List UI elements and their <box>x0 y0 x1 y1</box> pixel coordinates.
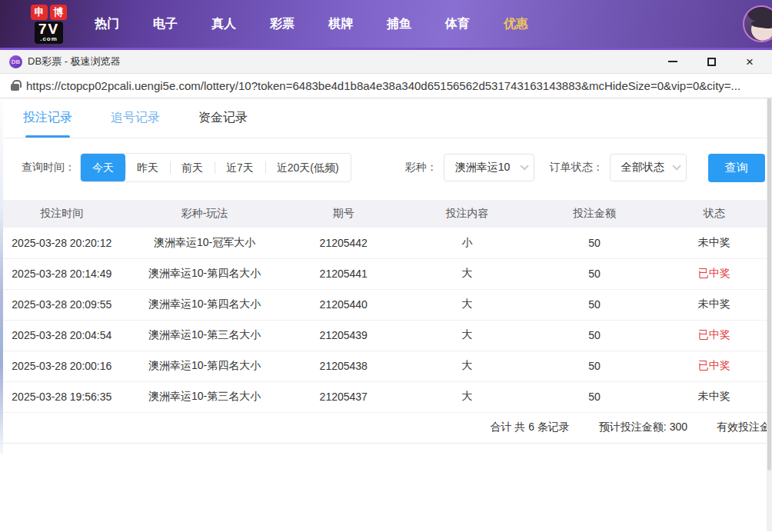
logo-badges: 申 博 <box>31 5 67 20</box>
window-favicon-icon: DB <box>9 55 22 68</box>
tab-2[interactable]: 资金记录 <box>198 98 248 138</box>
search-button[interactable]: 查询 <box>708 154 765 182</box>
cell-content: 小 <box>401 228 533 258</box>
site-logo[interactable]: 申 博 7V .com <box>31 5 67 44</box>
cell-status: 未中奖 <box>656 289 772 320</box>
cell-time: 2025-03-28 20:14:49 <box>0 258 124 289</box>
nav-item[interactable]: 真人 <box>211 16 236 32</box>
scrollbar-thumb[interactable] <box>767 98 771 470</box>
column-header: 投注金额 <box>533 200 657 228</box>
summary-valid-amount: 有效投注金额 <box>717 421 772 434</box>
nav-item[interactable]: 电子 <box>153 16 178 32</box>
cell-time: 2025-03-28 20:04:54 <box>0 320 124 351</box>
nav-item[interactable]: 热门 <box>95 16 119 32</box>
window-title: DB彩票 - 极速浏览器 <box>28 55 121 68</box>
nav-item[interactable]: 体育 <box>445 16 470 32</box>
cell-game: 澳洲幸运10-第四名大小 <box>124 289 286 320</box>
cell-time: 2025-03-28 19:56:35 <box>0 381 124 412</box>
maximize-button[interactable] <box>703 53 720 70</box>
cell-issue: 21205437 <box>285 381 401 412</box>
nav-item[interactable]: 优惠 <box>504 16 528 32</box>
status-select-value: 全部状态 <box>621 161 664 175</box>
order-status-select[interactable]: 全部状态 <box>610 154 687 181</box>
lottery-select[interactable]: 澳洲幸运10 <box>444 154 534 181</box>
logo-7v-text: 7V <box>38 22 59 36</box>
nav-item[interactable]: 棋牌 <box>328 16 353 32</box>
cell-issue: 21205442 <box>285 228 401 258</box>
url-text[interactable]: https://ctopcp02pcali.uengi5e.com/lotter… <box>26 79 740 92</box>
table-header-row: 投注时间彩种-玩法期号投注内容投注金额状态 <box>0 200 772 228</box>
table-row: 2025-03-28 20:09:55澳洲幸运10-第四名大小21205440大… <box>0 289 772 320</box>
time-option[interactable]: 昨天 <box>125 154 170 181</box>
time-option[interactable]: 今天 <box>81 154 125 181</box>
record-tabs: 投注记录追号记录资金记录 <box>0 98 772 138</box>
time-option[interactable]: 近20天(低频) <box>265 154 351 181</box>
lottery-select-value: 澳洲幸运10 <box>455 161 511 175</box>
cell-game: 澳洲幸运10-第三名大小 <box>124 381 286 412</box>
left-edge-strip <box>0 98 3 454</box>
tab-1[interactable]: 追号记录 <box>111 98 160 138</box>
url-bar[interactable]: https://ctopcp02pcali.uengi5e.com/lotter… <box>0 73 772 98</box>
time-filter-label: 查询时间： <box>22 161 75 175</box>
cell-game: 澳洲幸运10-第四名大小 <box>124 258 286 289</box>
table-row: 2025-03-28 20:20:12澳洲幸运10-冠军大小21205442小5… <box>0 228 772 258</box>
table-row: 2025-03-28 19:56:35澳洲幸运10-第三名大小21205437大… <box>0 381 772 412</box>
table-row: 2025-03-28 20:14:49澳洲幸运10-第四名大小21205441大… <box>0 258 772 289</box>
cell-amount: 50 <box>533 351 657 381</box>
cell-status: 未中奖 <box>656 228 772 258</box>
nav-item[interactable]: 捕鱼 <box>387 16 411 32</box>
table-row: 2025-03-28 20:04:54澳洲幸运10-第三名大小21205439大… <box>0 320 772 351</box>
cell-status: 已中奖 <box>656 320 772 351</box>
time-range-group: 今天昨天前天近7天近20天(低频) <box>80 153 351 182</box>
summary-total: 合计 共 6 条记录 <box>490 421 569 434</box>
logo-com-text: .com <box>38 36 59 42</box>
nav-item[interactable]: 彩票 <box>270 16 294 32</box>
tab-0[interactable]: 投注记录 <box>23 98 72 138</box>
cell-amount: 50 <box>533 228 657 258</box>
cell-status: 未中奖 <box>656 381 772 412</box>
minimize-button[interactable] <box>664 53 681 70</box>
table-row: 2025-03-28 20:00:16澳洲幸运10-第四名大小21205438大… <box>0 351 772 381</box>
page-content: 投注记录追号记录资金记录 查询时间： 今天昨天前天近7天近20天(低频) 彩种：… <box>0 98 772 531</box>
chevron-down-icon <box>520 161 528 170</box>
cell-content: 大 <box>401 289 533 320</box>
logo-badge-bo: 博 <box>50 5 67 20</box>
vertical-scrollbar[interactable] <box>767 98 772 531</box>
cell-game: 澳洲幸运10-冠军大小 <box>124 228 286 258</box>
cell-game: 澳洲幸运10-第四名大小 <box>124 351 286 381</box>
cell-content: 大 <box>401 351 533 381</box>
logo-mark: 7V .com <box>35 22 63 44</box>
chevron-down-icon <box>672 161 680 170</box>
lottery-filter-label: 彩种： <box>405 161 438 175</box>
close-button[interactable]: × <box>741 53 758 70</box>
time-option[interactable]: 前天 <box>170 154 215 181</box>
summary-row: 合计 共 6 条记录 预计投注金额: 300 有效投注金额 <box>0 413 772 444</box>
window-controls: × <box>664 53 763 70</box>
cell-amount: 50 <box>533 258 657 289</box>
column-header: 投注内容 <box>401 200 533 228</box>
cell-time: 2025-03-28 20:00:16 <box>0 351 124 381</box>
column-header: 状态 <box>656 200 772 228</box>
cell-issue: 21205438 <box>285 351 401 381</box>
column-header: 投注时间 <box>0 200 124 228</box>
bet-records-table: 投注时间彩种-玩法期号投注内容投注金额状态 2025-03-28 20:20:1… <box>0 200 772 413</box>
browser-window: DB DB彩票 - 极速浏览器 × https://ctopcp02pcali.… <box>0 48 772 532</box>
site-header: 申 博 7V .com 热门电子真人彩票棋牌捕鱼体育优惠 <box>0 0 772 48</box>
window-titlebar[interactable]: DB DB彩票 - 极速浏览器 × <box>0 50 772 73</box>
column-header: 期号 <box>285 200 401 228</box>
cell-time: 2025-03-28 20:20:12 <box>0 228 124 258</box>
time-option[interactable]: 近7天 <box>215 154 265 181</box>
cell-amount: 50 <box>533 381 657 412</box>
cell-content: 大 <box>401 320 533 351</box>
lock-icon <box>11 84 19 91</box>
filter-bar: 查询时间： 今天昨天前天近7天近20天(低频) 彩种： 澳洲幸运10 订单状态：… <box>0 153 772 182</box>
cell-issue: 21205440 <box>285 289 401 320</box>
status-filter-label: 订单状态： <box>550 161 604 175</box>
maximize-icon <box>707 58 716 66</box>
cell-amount: 50 <box>533 320 657 351</box>
summary-expected-amount: 预计投注金额: 300 <box>599 421 687 434</box>
minimize-icon <box>668 61 677 62</box>
cell-game: 澳洲幸运10-第三名大小 <box>124 320 286 351</box>
user-avatar[interactable] <box>743 5 772 42</box>
cell-issue: 21205439 <box>285 320 401 351</box>
